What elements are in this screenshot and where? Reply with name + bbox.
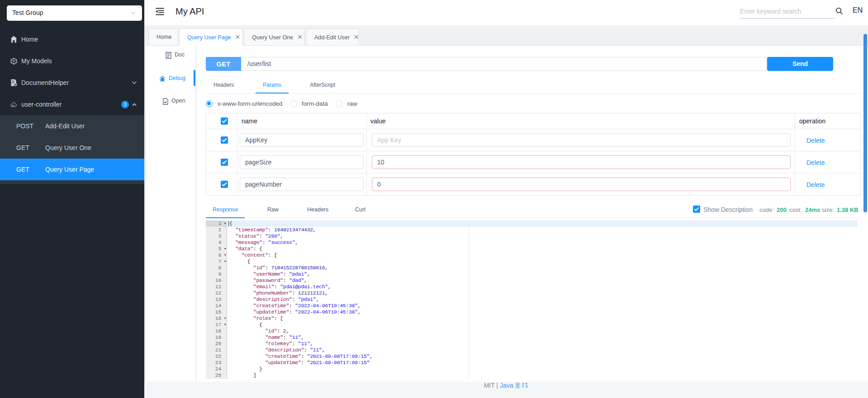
svg-text:API: API [12, 105, 14, 107]
